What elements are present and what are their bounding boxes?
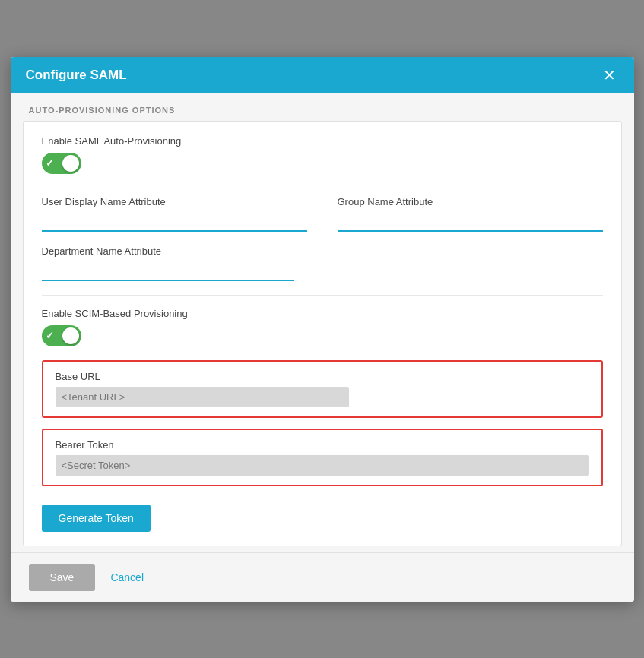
bearer-token-label: Bearer Token [56,439,589,451]
department-name-group: Department Name Attribute [42,245,603,281]
enable-saml-label: Enable SAML Auto-Provisioning [42,135,603,147]
scim-toggle-check-icon: ✓ [46,330,54,341]
configure-saml-modal: Configure SAML ✕ AUTO-PROVISIONING OPTIO… [11,57,634,602]
modal-close-button[interactable]: ✕ [600,68,619,83]
name-attributes-row: User Display Name Attribute Group Name A… [42,196,603,232]
enable-scim-toggle-wrapper[interactable]: ✓ [42,325,81,346]
divider-1 [42,188,603,188]
modal-header: Configure SAML ✕ [11,57,634,93]
user-display-name-label: User Display Name Attribute [42,196,307,207]
base-url-input[interactable] [56,387,349,407]
base-url-label: Base URL [56,371,589,382]
enable-scim-group: Enable SCIM-Based Provisioning ✓ [42,308,603,346]
enable-scim-label: Enable SCIM-Based Provisioning [42,308,603,319]
group-name-label: Group Name Attribute [338,196,603,207]
user-display-name-col: User Display Name Attribute [42,196,307,232]
modal-body: AUTO-PROVISIONING OPTIONS Enable SAML Au… [11,93,634,552]
group-name-input[interactable] [338,214,603,232]
bearer-token-input[interactable] [56,455,589,476]
department-name-input[interactable] [42,263,294,281]
cancel-button[interactable]: Cancel [110,564,144,591]
generate-token-button[interactable]: Generate Token [42,505,151,532]
base-url-box: Base URL [42,360,603,418]
modal-overlay: Configure SAML ✕ AUTO-PROVISIONING OPTIO… [0,0,644,658]
section-label: AUTO-PROVISIONING OPTIONS [11,93,634,121]
group-name-col: Group Name Attribute [338,196,603,232]
modal-footer: Save Cancel [11,552,634,602]
department-name-label: Department Name Attribute [42,245,603,257]
toggle-knob [62,155,79,172]
toggle-check-icon: ✓ [46,157,54,169]
enable-saml-group: Enable SAML Auto-Provisioning ✓ [42,135,603,174]
save-button[interactable]: Save [29,564,96,591]
auto-provisioning-card: Enable SAML Auto-Provisioning ✓ User Dis… [23,121,622,546]
modal-title: Configure SAML [26,68,127,83]
divider-2 [42,295,603,296]
enable-saml-toggle[interactable]: ✓ [42,153,81,174]
user-display-name-input[interactable] [42,214,307,232]
enable-saml-toggle-wrapper[interactable]: ✓ [42,153,81,174]
scim-toggle-knob [62,327,79,344]
enable-scim-toggle[interactable]: ✓ [42,325,81,346]
bearer-token-box: Bearer Token [42,429,603,486]
